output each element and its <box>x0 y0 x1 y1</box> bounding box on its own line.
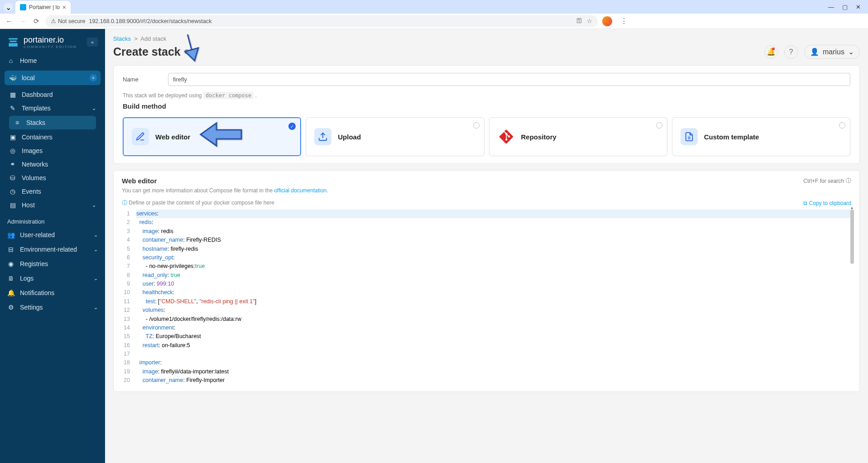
tab-close-icon[interactable]: × <box>62 4 66 11</box>
sidebar-item-images[interactable]: ◎Images <box>5 144 101 158</box>
layers-icon: ≡ <box>14 119 21 126</box>
clock-icon: ◷ <box>9 188 16 195</box>
browser-tab[interactable]: Portainer | lo × <box>15 1 71 14</box>
sidebar-item-templates[interactable]: ✎Templates⌄ <box>5 101 101 115</box>
code-editor[interactable]: 1234567891011121314151617181920 services… <box>122 210 851 385</box>
doc-link[interactable]: official documentation <box>274 187 326 194</box>
browser-tabstrip: ⌄ Portainer | lo × — ▢ ✕ <box>0 0 868 14</box>
sidebar-environment[interactable]: 🐳 local × <box>5 71 101 85</box>
sidebar-item-dashboard[interactable]: ▦Dashboard <box>5 88 101 101</box>
sidebar-item-notifications[interactable]: 🔔Notifications <box>0 286 105 300</box>
key-icon[interactable]: ⚿ <box>576 18 582 24</box>
user-icon: 👤 <box>810 48 819 56</box>
build-option-web-editor[interactable]: Web editor ✓ <box>123 117 301 156</box>
option-label: Upload <box>338 133 361 141</box>
radio-icon: ◉ <box>7 260 14 267</box>
sidebar-item-volumes[interactable]: ⛁Volumes <box>5 171 101 185</box>
chevron-down-icon: ⌄ <box>92 105 96 111</box>
radio-icon <box>839 122 845 129</box>
notifications-button[interactable]: 🔔 <box>764 45 778 59</box>
reload-icon[interactable]: ⟳ <box>32 17 41 25</box>
code-body[interactable]: services: redis: image: redis container_… <box>136 210 851 385</box>
chevron-down-icon: ⌄ <box>848 48 854 56</box>
sidebar-label: Images <box>22 147 43 154</box>
sidebar-label: local <box>22 74 35 81</box>
upload-icon <box>314 128 331 145</box>
doc-hint: You can get more information about Compo… <box>122 187 851 194</box>
menu-icon[interactable]: ⋮ <box>620 17 628 25</box>
server-icon: ▤ <box>9 201 16 209</box>
sidebar-item-host[interactable]: ▤Host⌄ <box>5 198 101 212</box>
tab-dropdown-icon[interactable]: ⌄ <box>4 3 13 12</box>
option-label: Repository <box>521 133 556 141</box>
sidebar-item-registries[interactable]: ◉Registries <box>0 257 105 271</box>
sidebar-label: User-related <box>20 231 55 239</box>
tab-title: Portainer | lo <box>29 4 60 10</box>
sidebar-item-settings[interactable]: ⚙Settings⌄ <box>0 300 105 315</box>
copy-to-clipboard-button[interactable]: ⧉ Copy to clipboard <box>803 200 851 206</box>
collapse-sidebar-button[interactable]: « <box>87 38 98 47</box>
sidebar-item-home[interactable]: ⌂ Home <box>0 53 105 68</box>
star-icon[interactable]: ☆ <box>587 18 592 24</box>
admin-section-header: Administration <box>0 212 105 228</box>
hdd-icon: ⊟ <box>7 246 14 253</box>
forward-icon[interactable]: → <box>18 17 27 25</box>
box-icon: ▣ <box>9 134 16 141</box>
users-icon: 👥 <box>7 231 14 239</box>
sidebar-item-networks[interactable]: ⚭Networks <box>5 158 101 171</box>
name-label: Name <box>123 76 159 83</box>
url-text: 192.168.0.188:9000/#!/2/docker/stacks/ne… <box>89 18 211 24</box>
chevron-down-icon: ⌄ <box>94 305 98 310</box>
profile-avatar[interactable] <box>602 16 612 26</box>
help-button[interactable]: ? <box>784 45 798 59</box>
info-icon: ⓘ <box>122 200 127 206</box>
back-icon[interactable]: ← <box>5 17 14 25</box>
brand-text: portainer.io <box>24 35 77 45</box>
sidebar: portainer.io COMMUNITY EDITION « ⌂ Home … <box>0 29 105 463</box>
sidebar-label: Containers <box>22 134 53 141</box>
user-menu[interactable]: 👤 marius ⌄ <box>804 45 860 59</box>
build-option-repository[interactable]: Repository <box>489 117 667 156</box>
tab-favicon <box>20 4 26 10</box>
breadcrumb: Stacks > Add stack <box>113 35 860 42</box>
option-label: Custom template <box>704 133 759 141</box>
main-content: Stacks > Add stack Create stack ⟳ 🔔 ? 👤 … <box>105 29 868 463</box>
sidebar-label: Events <box>22 188 41 195</box>
sidebar-label: Registries <box>20 260 48 267</box>
radio-icon <box>473 122 480 129</box>
portainer-logo-icon <box>7 36 19 48</box>
sidebar-item-user-related[interactable]: 👥User-related⌄ <box>0 228 105 242</box>
scrollbar[interactable] <box>850 210 854 264</box>
help-icon[interactable]: ⓘ <box>846 177 851 185</box>
stack-name-input[interactable] <box>168 73 850 86</box>
env-close-icon[interactable]: × <box>90 74 97 81</box>
build-method-title: Build method <box>123 102 850 110</box>
security-text: Not secure <box>58 18 85 24</box>
share-icon: ⚭ <box>9 161 16 168</box>
sidebar-item-env-related[interactable]: ⊟Environment-related⌄ <box>0 242 105 257</box>
copy-icon: ⧉ <box>803 200 807 206</box>
sidebar-label: Settings <box>20 304 43 311</box>
sidebar-label: Networks <box>22 161 48 168</box>
file-icon <box>681 128 698 145</box>
minimize-icon[interactable]: — <box>828 4 834 10</box>
home-icon: ⌂ <box>7 57 14 64</box>
build-option-custom-template[interactable]: Custom template <box>672 117 850 156</box>
database-icon: ⛁ <box>9 174 16 181</box>
address-bar[interactable]: ⚠ Not secure 192.168.0.188:9000/#!/2/doc… <box>45 15 598 27</box>
maximize-icon[interactable]: ▢ <box>842 4 848 10</box>
sidebar-item-events[interactable]: ◷Events <box>5 185 101 198</box>
close-window-icon[interactable]: ✕ <box>856 4 861 10</box>
build-option-upload[interactable]: Upload <box>306 117 484 156</box>
radio-icon <box>656 122 662 129</box>
option-label: Web editor <box>155 133 190 141</box>
sidebar-item-stacks[interactable]: ≡Stacks <box>9 116 96 129</box>
line-gutter: 1234567891011121314151617181920 <box>122 210 136 385</box>
browser-toolbar: ← → ⟳ ⚠ Not secure 192.168.0.188:9000/#!… <box>0 14 868 29</box>
breadcrumb-root[interactable]: Stacks <box>113 35 131 42</box>
user-name: marius <box>823 48 844 56</box>
sidebar-item-containers[interactable]: ▣Containers <box>5 130 101 144</box>
bell-icon: 🔔 <box>7 289 14 296</box>
search-hint: Ctrl+F for search ⓘ <box>803 177 851 185</box>
sidebar-item-logs[interactable]: 🗎Logs⌄ <box>0 271 105 286</box>
